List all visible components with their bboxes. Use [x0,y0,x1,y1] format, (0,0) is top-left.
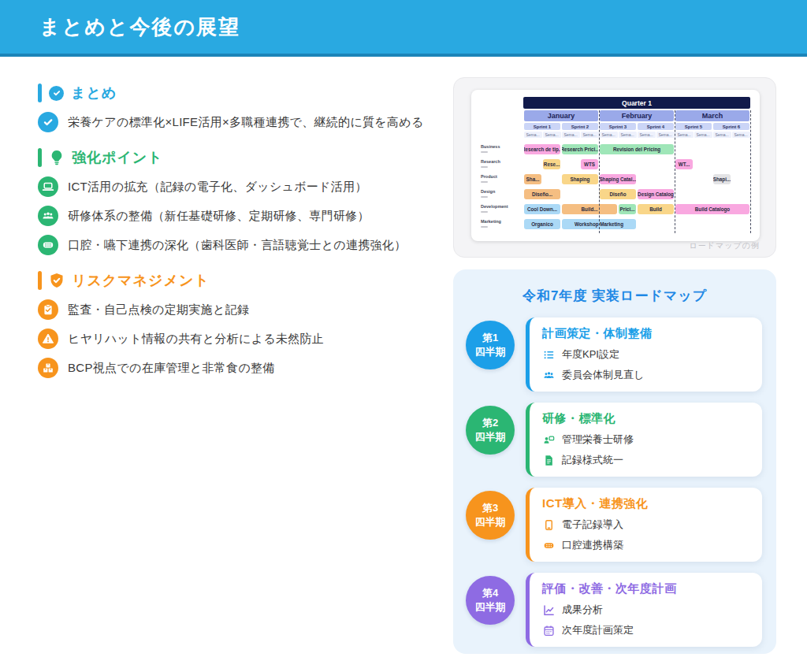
gantt-week-label: Sema... [524,132,542,138]
quarter-badge: 第4四半期 [466,576,515,625]
implementation-roadmap-panel: 令和7年度 実装ロードマップ 第1四半期計画策定・体制整備年度KPI設定委員会体… [453,269,776,654]
document-icon [542,455,555,466]
quarter-item-text: 口腔連携構築 [562,538,623,552]
gantt-row-label: Development [481,205,523,213]
gantt-month-row: JanuaryFebruaryMarch [523,110,750,121]
section-accent-bar [38,148,42,167]
gantt-week-label: Sema... [581,132,599,138]
gantt-month: January [524,110,598,121]
check-icon [38,112,58,132]
page-title: まとめと今後の展望 [39,13,240,41]
quarter-card-title: 研修・標準化 [542,411,749,426]
gantt-bar: Research Prici... [562,144,598,154]
gantt-week-label: Sema... [675,132,694,138]
section-item-text: 監査・自己点検の定期実施と記録 [68,303,249,317]
section-header: まとめ [38,84,440,102]
section-1: まとめ栄養ケアの標準化×LIFE活用×多職種連携で、継続的に質を高める [38,84,440,132]
quarter-card-title: 計画策定・体制整備 [542,326,749,341]
gantt-month: March [675,110,749,121]
quarter-row-1: 第1四半期計画策定・体制整備年度KPI設定委員会体制見直し [466,317,762,392]
gantt-row-label: Design [481,190,523,198]
shield-icon [49,273,65,288]
gantt-bar: Cool Down... [524,204,560,214]
gantt-bar: Research de tip... [524,144,560,154]
section-title: 強化ポイント [72,148,163,167]
calendar-icon [542,625,555,637]
section-header: 強化ポイント [38,148,440,167]
gantt-row-design: DesignDiseño...DiseñoDesign Catalog [481,187,750,202]
quarter-card-item: 次年度計画策定 [542,623,749,637]
quarter-badge-line1: 第3 [482,501,498,515]
people-flat-icon [542,369,555,381]
section-item-text: 栄養ケアの標準化×LIFE活用×多職種連携で、継続的に質を高める [68,115,424,130]
roadmap-example-caption: ロードマップの例 [690,240,760,251]
gantt-week-label: Sema... [600,132,618,138]
gantt-bar: Prici... [619,204,636,214]
gantt-month-divider [675,110,675,233]
boxes-icon [38,358,58,378]
quarter-badge-line1: 第1 [482,331,498,345]
section-3: リスクマネジメント監査・自己点検の定期実施と記録ヒヤリハット情報の共有と分析によ… [38,271,440,378]
gantt-week-label: Sema... [694,132,712,138]
section-accent-bar [38,271,42,290]
quarter-badge-line2: 四半期 [475,345,506,359]
quarter-item-text: 委員会体制見直し [562,368,644,382]
gantt-month-divider [599,110,600,233]
teeth-icon [38,235,58,255]
list-icon [542,349,555,361]
section-item-text: ICT活用の拡充（記録の電子化、ダッシュボード活用） [68,180,367,195]
quarter-item-text: 電子記録導入 [562,518,623,532]
summary-column: まとめ栄養ケアの標準化×LIFE活用×多職種連携で、継続的に質を高める強化ポイン… [38,76,440,378]
quarter-rows: 第1四半期計画策定・体制整備年度KPI設定委員会体制見直し第2四半期研修・標準化… [453,317,776,647]
tablet-icon [542,519,555,531]
section-item-text: ヒヤリハット情報の共有と分析による未然防止 [68,332,324,347]
section-item: BCP視点での在庫管理と非常食の整備 [38,358,440,378]
section-title: リスクマネジメント [72,271,210,290]
gantt-bar: Organico [524,219,560,229]
quarter-card: ICT導入・連携強化電子記録導入口腔連携構築 [526,488,762,562]
gantt-month-divider [750,110,751,233]
quarter-badge: 第2四半期 [466,406,515,455]
quarter-badge-line2: 四半期 [475,515,506,529]
gantt-bar: WT... [675,159,693,169]
gantt-week-label: Sema... [656,132,675,138]
gantt-bar: Revision del Pricing [600,144,674,154]
gantt-sprint-row: Sprint 1Sprint 2Sprint 3Sprint 4Sprint 5… [523,123,750,130]
gantt-sprint: Sprint 6 [713,123,749,130]
warning-icon [38,329,58,349]
quarter-card-item: 委員会体制見直し [542,368,749,382]
quarter-item-text: 管理栄養士研修 [562,433,634,447]
gantt-bar: WTS [581,159,598,169]
quarter-row-4: 第4四半期評価・改善・次年度計画成果分析次年度計画策定 [466,573,762,647]
gantt-sprint: Sprint 5 [675,123,712,130]
section-item-text: 口腔・嚥下連携の深化（歯科医師・言語聴覚士との連携強化） [68,238,406,253]
quarter-item-text: 成果分析 [562,603,603,617]
section-item-text: 研修体系の整備（新任基礎研修、定期研修、専門研修） [68,209,370,224]
quarter-card-title: 評価・改善・次年度計画 [542,581,749,596]
gantt-week-label: Sema... [638,132,656,138]
section-item: ICT活用の拡充（記録の電子化、ダッシュボード活用） [38,176,440,197]
quarter-badge-line1: 第2 [482,416,498,430]
gantt-month: February [600,110,674,121]
roadmap-screenshot-panel: Quarter 1JanuaryFebruaryMarchSprint 1Spr… [471,90,760,241]
quarter-item-text: 記録様式統一 [562,453,623,467]
section-item: 監査・自己点検の定期実施と記録 [38,299,440,320]
quarter-card-item: 成果分析 [542,603,749,617]
section-items: 栄養ケアの標準化×LIFE活用×多職種連携で、継続的に質を高める [38,112,440,132]
gantt-quarter-header: Quarter 1 [523,97,750,109]
quarter-row-2: 第2四半期研修・標準化管理栄養士研修記録様式統一 [466,403,762,477]
gantt-bar: Build [638,204,674,214]
section-header: リスクマネジメント [38,271,440,290]
gantt-row-development: DevelopmentCool Down...Build...Prici...B… [481,202,750,217]
roadmap-example-card: Quarter 1JanuaryFebruaryMarchSprint 1Spr… [453,77,776,258]
quarter-item-text: 年度KPI設定 [562,347,619,362]
gantt-rows: BusinessResearch de tip...Research Prici… [481,142,750,232]
gantt-week-label: Sema... [543,132,561,138]
quarter-badge: 第3四半期 [466,491,515,540]
implementation-roadmap-title: 令和7年度 実装ロードマップ [453,269,776,305]
section-item: 栄養ケアの標準化×LIFE活用×多職種連携で、継続的に質を高める [38,112,440,132]
quarter-card: 研修・標準化管理栄養士研修記録様式統一 [526,403,762,477]
quarter-card-item: 年度KPI設定 [542,347,749,362]
bulb-icon [49,150,65,165]
gantt-bar: Diseño... [524,189,560,199]
